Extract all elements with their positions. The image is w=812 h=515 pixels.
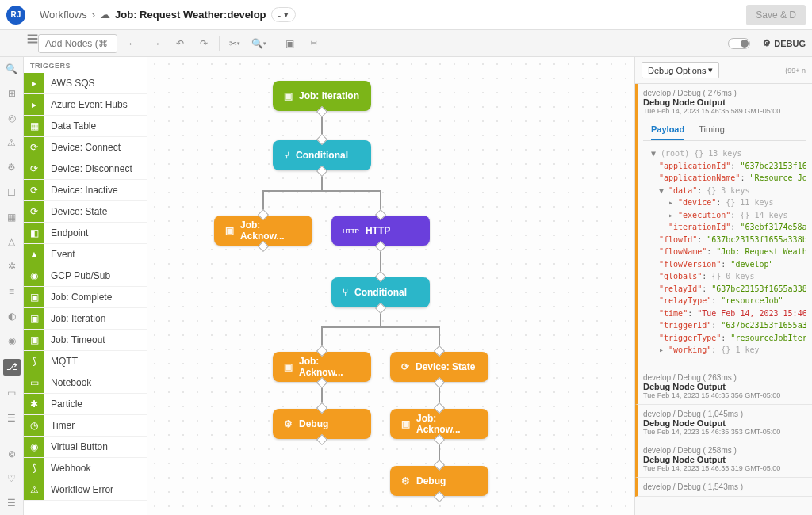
rail-11[interactable]: ◉ [5,334,19,347]
palette-item[interactable]: ◧Endpoint [24,223,147,244]
debug-options-dropdown[interactable]: Debug Options ▾ [642,62,719,78]
cut-button[interactable]: ✂▾ [226,35,243,52]
rail-15[interactable]: ♡ [5,472,19,486]
rail-9[interactable]: ≡ [5,284,19,298]
top-bar: RJ Workflows › ☁ Job: Request Weather:de… [0,0,812,30]
node-debug-2[interactable]: ⚙Debug [390,466,488,496]
node-job-iteration[interactable]: ▣Job: Iteration [273,81,371,111]
palette-item[interactable]: ▸AWS SQS [24,73,147,94]
breadcrumb: Workflows › ☁ Job: Request Weather:devel… [40,7,296,22]
palette-item[interactable]: ▸Azure Event Hubs [24,94,147,116]
palette-item[interactable]: ⚠Workflow Error [24,479,147,501]
palette-item[interactable]: ▣Job: Iteration [24,308,147,330]
version-pill[interactable]: - ▾ [271,7,297,22]
undo-button[interactable]: ↶ [171,35,189,52]
breadcrumb-workflows[interactable]: Workflows [40,9,87,21]
node-device-state[interactable]: ⟳Device: State [390,352,488,382]
palette-item[interactable]: ▣Job: Complete [24,287,147,308]
branch-icon: ⑂ [284,150,289,161]
rail-4[interactable]: ⚙ [5,161,19,174]
node-http[interactable]: HTTPHTTP [331,216,430,246]
rail-12[interactable]: ▭ [5,387,19,400]
node-debug-1[interactable]: ⚙Debug [273,409,371,439]
toolbar: ← → ↶ ↷ ✂▾ 🔍▾ ▣ ⎶ ⚙ DEBUG [0,30,812,57]
palette-item[interactable]: ⟆MQTT [24,351,147,372]
debug-count: (99+ n [785,67,806,74]
palette-item[interactable]: ⟳Device: State [24,201,147,223]
rail-13[interactable]: ☰ [5,411,19,425]
palette-item[interactable]: ⟆Webhook [24,458,147,479]
rail-10[interactable]: ◐ [5,309,19,322]
node-conditional-2[interactable]: ⑂Conditional [331,277,430,307]
palette-item[interactable]: ⟳Device: Disconnect [24,158,147,180]
forward-button[interactable]: → [147,35,165,52]
debug-entry[interactable]: develop / Debug ( 276ms ) Debug Node Out… [635,84,812,368]
http-icon: HTTP [343,227,359,235]
rail-16[interactable]: ☰ [5,497,19,510]
bug-icon: ⚙ [763,38,771,48]
palette-item[interactable]: ⟳Device: Connect [24,137,147,158]
node-job-ack-2[interactable]: ▣Job: Acknow... [273,352,371,382]
add-nodes-input[interactable] [38,34,117,53]
workflow-canvas[interactable]: ▣Job: Iteration ⑂Conditional ▣Job: Ackno… [147,57,634,515]
chevron-down-icon: ▾ [708,65,713,75]
node-conditional-1[interactable]: ⑂Conditional [273,140,371,170]
breadcrumb-sep: › [92,9,95,21]
palette-item[interactable]: ▣Job: Timeout [24,330,147,351]
node-icon: ▦ [24,116,44,136]
node-icon: ▸ [24,94,44,115]
debug-label: ⚙ DEBUG [763,38,806,48]
back-button[interactable]: ← [124,35,141,52]
palette-item[interactable]: ▦Data Table [24,116,147,137]
rail-active[interactable]: ⎇ [3,359,21,376]
rail-1[interactable]: ⊞ [5,86,19,100]
debug-toggle[interactable] [728,38,750,49]
tab-timing[interactable]: Timing [699,120,725,140]
palette-header: TRIGGERS [24,57,147,73]
debug-entry[interactable]: develop / Debug ( 258ms ) Debug Node Out… [635,441,812,478]
avatar[interactable]: RJ [6,6,25,25]
rail-5[interactable]: ☐ [5,185,19,199]
rail-2[interactable]: ◎ [5,111,19,124]
rail-6[interactable]: ▦ [5,210,19,223]
ack-icon: ▣ [225,225,234,236]
zoom-button[interactable]: 🔍▾ [250,35,267,52]
redo-button[interactable]: ↷ [195,35,213,52]
node-icon: ⟳ [24,201,44,222]
tool-b[interactable]: ⎶ [304,35,322,52]
node-icon: ◉ [24,437,44,457]
node-icon: ◉ [24,265,44,286]
debug-entry[interactable]: develop / Debug ( 1,543ms ) [635,478,812,497]
palette-item[interactable]: ✱Particle [24,394,147,415]
search-icon[interactable]: 🔍 [5,62,19,75]
rail-8[interactable]: ✲ [5,260,19,273]
palette-item[interactable]: ◉GCP Pub/Sub [24,265,147,287]
tab-payload[interactable]: Payload [651,120,684,140]
ack-icon: ▣ [401,418,410,429]
rail-14[interactable]: ⊚ [5,447,19,460]
palette-item[interactable]: ◉Virtual Button [24,437,147,458]
breadcrumb-job[interactable]: Job: Request Weather:develop [115,9,266,21]
node-icon: ⚠ [24,479,44,500]
debug-entry[interactable]: develop / Debug ( 263ms ) Debug Node Out… [635,368,812,405]
debug-entry[interactable]: develop / Debug ( 1,045ms ) Debug Node O… [635,405,812,441]
branch-icon: ⑂ [343,287,348,298]
node-icon: ▣ [24,287,44,307]
palette-item[interactable]: ⟳Device: Inactive [24,180,147,201]
save-button: Save & D [746,5,806,25]
node-icon: ◧ [24,223,44,243]
node-job-ack-1[interactable]: ▣Job: Acknow... [214,216,312,246]
palette-item[interactable]: ▭Notebook [24,372,147,394]
rail-3[interactable]: ⚠ [5,136,19,150]
node-job-ack-3[interactable]: ▣Job: Acknow... [390,409,488,439]
tool-a[interactable]: ▣ [281,35,298,52]
menu-toggle[interactable] [25,32,40,46]
node-icon: ▲ [24,244,44,265]
palette-item[interactable]: ▲Event [24,244,147,265]
node-icon: ⟆ [24,458,44,479]
payload-json[interactable]: ▼ (root) {} 13 keys "applicationId": "63… [643,141,806,363]
palette-item[interactable]: ◷Timer [24,415,147,437]
rail-7[interactable]: △ [5,235,19,249]
node-icon: ✱ [24,394,44,414]
node-icon: ▸ [24,73,44,93]
